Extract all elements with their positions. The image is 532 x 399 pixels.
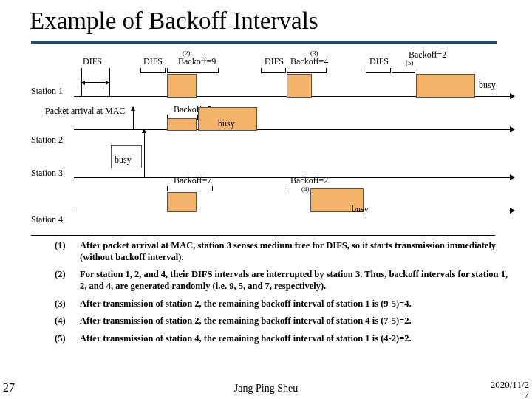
date-line1: 2020/11/2 <box>491 379 529 390</box>
s1-bo9-brk <box>167 68 219 73</box>
station3-arrow <box>510 174 515 180</box>
note-row: (5) After transmission of station 4, the… <box>55 333 513 345</box>
note-num: (5) <box>55 333 80 345</box>
s1-difs3: DIFS <box>265 56 284 67</box>
note-num: (4) <box>55 316 80 327</box>
row3-backoff2: Backoff=2 <box>290 175 328 186</box>
note-text: For station 1, 2, and 4, their DIFS inte… <box>80 269 513 292</box>
station4-label: Station 4 <box>31 214 63 225</box>
s4-bo7-brk <box>167 186 213 191</box>
s1-difs1-span <box>81 82 109 83</box>
packet-arrival-label: Packet arrival at MAC <box>45 106 125 117</box>
station4-baseline <box>74 211 510 211</box>
note-row: (1) After packet arrival at MAC, station… <box>55 240 513 263</box>
notes-list: (1) After packet arrival at MAC, station… <box>55 240 513 350</box>
footer-author: Jang Ping Sheu <box>0 383 532 395</box>
s1-bo2-brk <box>392 68 415 73</box>
s3-up <box>144 129 145 177</box>
row1-backoff9: Backoff=9 <box>178 56 216 67</box>
s1-t1 <box>109 68 110 96</box>
note-row: (2) For station 1, 2, and 4, their DIFS … <box>55 269 513 292</box>
s1-busy: busy <box>479 80 496 91</box>
s2-busy: busy <box>218 118 235 129</box>
s4-busy: busy <box>352 204 369 215</box>
s4-pkt1 <box>167 192 197 212</box>
station2-label: Station 2 <box>31 134 63 146</box>
note-row: (3) After transmission of station 2, the… <box>55 299 513 310</box>
row3-backoff7: Backoff=7 <box>174 175 211 186</box>
s3-busy: busy <box>115 154 132 166</box>
note-text: After transmission of station 4, the rem… <box>80 333 513 345</box>
s1-difs2: DIFS <box>143 56 163 67</box>
s1-pkt2 <box>287 74 312 98</box>
station1-arrow <box>510 93 515 99</box>
station4-arrow <box>510 208 515 214</box>
note-num: (2) <box>55 269 80 292</box>
packet-arrival-arrow <box>133 107 134 129</box>
station1-label: Station 1 <box>31 86 63 97</box>
note-text: After transmission of station 2, the rem… <box>80 299 513 310</box>
station2-arrow <box>510 126 515 132</box>
station3-label: Station 3 <box>31 168 63 179</box>
s1-difs1: DIFS <box>83 56 102 67</box>
s1-bo4-brk <box>287 68 327 73</box>
row1-backoff2: Backoff=2 <box>409 50 446 61</box>
note-row: (4) After transmission of station 2, the… <box>55 316 513 327</box>
s1-pkt1 <box>167 74 197 98</box>
date-line2: 7 <box>525 389 530 399</box>
row1-backoff4: Backoff=4 <box>290 56 328 67</box>
station2-baseline <box>74 129 510 130</box>
note-num: (3) <box>55 299 80 310</box>
slide: Example of Backoff Intervals Station 1 D… <box>0 0 532 399</box>
footer-date: 2020/11/2 7 <box>491 380 529 399</box>
s1-difs4-brk <box>366 68 391 73</box>
s4-bo2-brk <box>287 186 310 191</box>
s2-pkt1 <box>167 118 197 131</box>
s1-tx <box>416 74 475 98</box>
s1-difs2-brk <box>140 68 166 73</box>
s1-difs3-brk <box>261 68 286 73</box>
note-num: (1) <box>55 240 80 263</box>
row1-note5: (5) <box>406 59 414 66</box>
note-text: After transmission of station 2, the rem… <box>80 316 513 327</box>
note-text: After packet arrival at MAC, station 3 s… <box>80 240 513 263</box>
s1-difs4: DIFS <box>369 56 389 67</box>
timing-diagram: Station 1 DIFS DIFS (2) Backoff=9 DIFS (… <box>0 0 532 236</box>
diagram-underline <box>31 235 495 236</box>
